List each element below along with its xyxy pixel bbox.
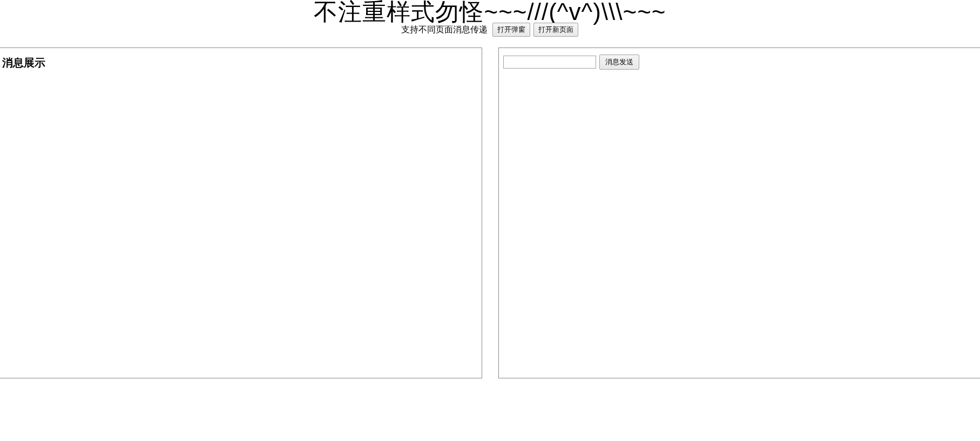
send-message-button[interactable]: 消息发送 <box>599 55 639 70</box>
panels-container: 消息展示 消息发送 <box>0 48 980 378</box>
page-title: 不注重样式勿怪~~~///(^v^)\\\~~~ <box>0 0 980 24</box>
message-display-heading: 消息展示 <box>0 48 482 78</box>
message-input[interactable] <box>503 56 596 69</box>
sub-header-row: 支持不同页面消息传递 打开弹窗 打开新页面 <box>0 23 980 37</box>
page-header: 不注重样式勿怪~~~///(^v^)\\\~~~ <box>0 0 980 24</box>
subtitle-text: 支持不同页面消息传递 <box>401 25 488 34</box>
send-row: 消息发送 <box>499 48 981 76</box>
message-send-panel: 消息发送 <box>498 48 981 378</box>
message-display-panel: 消息展示 <box>0 48 482 378</box>
open-new-page-button[interactable]: 打开新页面 <box>533 23 578 37</box>
open-popup-button[interactable]: 打开弹窗 <box>492 23 530 37</box>
